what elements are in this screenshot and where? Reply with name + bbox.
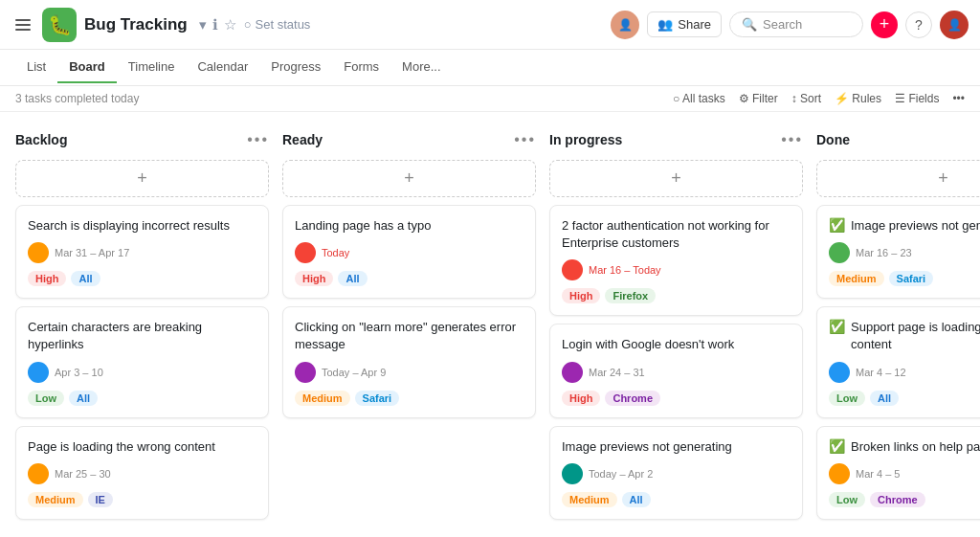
search-icon: 🔍 (742, 17, 757, 32)
date-range: Mar 16 – Today (589, 264, 661, 276)
card-tags: MediumAll (562, 492, 791, 507)
chevron-down-icon[interactable]: ▾ (199, 16, 207, 34)
tab-more[interactable]: More... (390, 52, 452, 83)
card-meta: Mar 25 – 30 (28, 463, 256, 484)
tag: IE (88, 492, 113, 507)
card-meta: Mar 31 – Apr 17 (28, 242, 256, 263)
card-title: Landing page has a typo (295, 217, 431, 235)
card-tags: LowChrome (829, 492, 980, 507)
tag: Medium (28, 492, 83, 507)
toolbar-right: ○ All tasks ⚙ Filter ↕ Sort ⚡ Rules ☰ Fi… (673, 92, 965, 105)
card-title-row: ✅Support page is loading wrong content (829, 319, 980, 353)
card-tags: LowAll (28, 391, 256, 406)
date-range: Apr 3 – 10 (55, 367, 103, 378)
add-card-button-done[interactable]: + (816, 160, 980, 197)
card-title: Page is loading the wrong content (28, 438, 215, 456)
card-title: Clicking on "learn more" generates error… (295, 319, 523, 353)
card-title-row: Page is loading the wrong content (28, 438, 256, 456)
card-title-row: Clicking on "learn more" generates error… (295, 319, 523, 353)
tab-progress[interactable]: Progress (259, 52, 332, 83)
filter-button[interactable]: ⚙ Filter (739, 92, 778, 105)
user-avatar[interactable]: 👤 (940, 11, 969, 39)
app-header: 🐛 Bug Tracking ▾ ℹ ☆ ○ Set status 👤 👥 Sh… (0, 0, 980, 50)
table-row[interactable]: 2 factor authentication not working for … (549, 205, 803, 316)
table-row[interactable]: Landing page has a typoTodayHighAll (282, 205, 536, 299)
add-button[interactable]: + (871, 11, 898, 38)
avatar (28, 242, 49, 263)
column-title-backlog: Backlog (15, 132, 67, 147)
table-row[interactable]: ✅Image previews not generatingMar 16 – 2… (816, 205, 980, 299)
tab-list[interactable]: List (15, 52, 57, 83)
more-options-button[interactable]: ••• (952, 92, 965, 105)
tag: High (295, 271, 333, 286)
fields-button[interactable]: ☰ Fields (895, 92, 939, 105)
column-menu-ready[interactable]: ••• (514, 131, 536, 148)
tag: Chrome (605, 391, 660, 406)
column-ready: Ready•••+Landing page has a typoTodayHig… (282, 127, 536, 513)
card-title-row: Image previews not generating (562, 438, 791, 456)
star-icon[interactable]: ☆ (224, 16, 236, 34)
menu-icon[interactable] (11, 15, 34, 34)
sort-button[interactable]: ↕ Sort (791, 92, 821, 105)
card-meta: Mar 16 – 23 (829, 242, 980, 263)
help-button[interactable]: ? (905, 11, 932, 38)
tab-timeline[interactable]: Timeline (117, 52, 187, 83)
all-tasks-button[interactable]: ○ All tasks (673, 92, 725, 105)
card-tags: MediumSafari (829, 271, 980, 286)
tab-forms[interactable]: Forms (332, 52, 390, 83)
card-title: 2 factor authentication not working for … (562, 217, 791, 252)
card-title: Login with Google doesn't work (562, 336, 734, 353)
column-header-in-progress: In progress••• (549, 127, 803, 152)
column-title-ready: Ready (282, 132, 323, 147)
column-in-progress: In progress•••+2 factor authentication n… (549, 127, 803, 513)
card-title: Certain characters are breaking hyperlin… (28, 319, 256, 353)
tag: Chrome (870, 492, 925, 507)
rules-button[interactable]: ⚡ Rules (835, 92, 881, 105)
tag: High (28, 271, 66, 286)
column-menu-backlog[interactable]: ••• (247, 131, 269, 148)
column-header-done: Done••• (816, 127, 980, 152)
card-title: Image previews not generating (562, 438, 732, 456)
tab-board[interactable]: Board (57, 52, 117, 83)
tag: All (622, 492, 651, 507)
card-meta: Mar 16 – Today (562, 259, 791, 280)
table-row[interactable]: Search is displaying incorrect resultsMa… (15, 205, 269, 299)
date-range: Mar 4 – 5 (856, 468, 900, 480)
table-row[interactable]: ✅Broken links on help pageMar 4 – 5LowCh… (816, 426, 980, 520)
add-card-button-in-progress[interactable]: + (549, 160, 803, 197)
info-icon[interactable]: ℹ (212, 16, 218, 34)
tag: High (562, 288, 600, 303)
card-title-row: Login with Google doesn't work (562, 336, 791, 353)
set-status-button[interactable]: ○ Set status (244, 17, 311, 32)
card-meta: Mar 4 – 12 (829, 362, 980, 383)
column-menu-in-progress[interactable]: ••• (781, 131, 803, 148)
table-row[interactable]: Certain characters are breaking hyperlin… (15, 306, 269, 417)
add-card-button-backlog[interactable]: + (15, 160, 269, 197)
avatar (562, 259, 583, 280)
date-range: Today – Apr 9 (322, 367, 386, 378)
card-tags: HighFirefox (562, 288, 791, 303)
card-title-row: ✅Broken links on help page (829, 438, 980, 456)
table-row[interactable]: Login with Google doesn't workMar 24 – 3… (549, 324, 803, 417)
date-range: Mar 31 – Apr 17 (55, 247, 129, 258)
card-title-row: Landing page has a typo (295, 217, 523, 235)
tag: All (71, 271, 100, 286)
card-title: Image previews not generating (851, 217, 980, 235)
card-tags: MediumSafari (295, 391, 523, 406)
tag: Safari (355, 391, 400, 406)
add-card-button-ready[interactable]: + (282, 160, 536, 197)
table-row[interactable]: Page is loading the wrong contentMar 25 … (15, 426, 269, 520)
tab-calendar[interactable]: Calendar (186, 52, 259, 83)
search-bar[interactable]: 🔍 Search (729, 11, 863, 37)
table-row[interactable]: Clicking on "learn more" generates error… (282, 306, 536, 417)
card-tags: HighAll (295, 271, 523, 286)
table-row[interactable]: ✅Support page is loading wrong contentMa… (816, 306, 980, 417)
card-meta: Today – Apr 9 (295, 362, 523, 383)
share-button[interactable]: 👥 Share (647, 11, 722, 37)
table-row[interactable]: Image previews not generatingToday – Apr… (549, 426, 803, 520)
avatar (829, 463, 850, 484)
done-icon: ✅ (829, 438, 845, 454)
avatar-secondary[interactable]: 👤 (611, 11, 639, 39)
avatar (562, 463, 583, 484)
card-meta: Mar 24 – 31 (562, 362, 791, 383)
